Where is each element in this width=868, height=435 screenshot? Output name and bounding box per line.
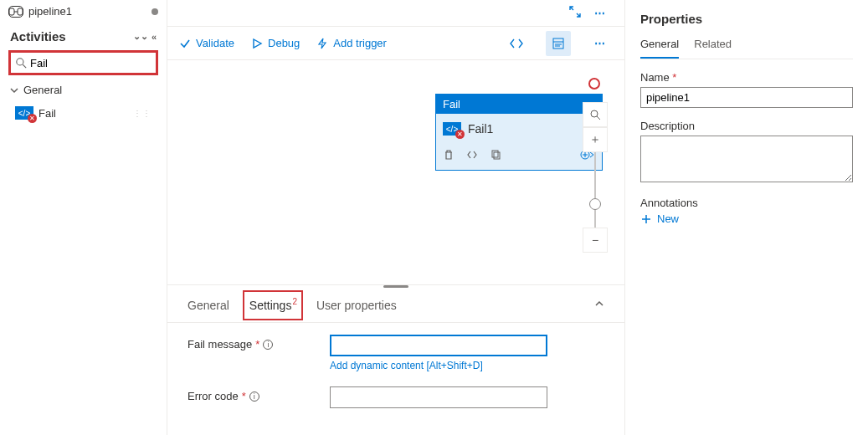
prop-tab-related[interactable]: Related	[694, 38, 732, 59]
properties-panel: Properties General Related Name * Descri…	[625, 0, 868, 435]
name-input[interactable]	[640, 87, 853, 108]
pipeline-tab[interactable]: pipeline1	[0, 0, 167, 23]
search-icon	[16, 58, 27, 69]
activities-search[interactable]	[10, 52, 157, 74]
collapse-panel-icon[interactable]	[594, 299, 604, 311]
pipeline-toolbar: Validate Debug Add trigger ⋯	[167, 27, 624, 60]
error-code-label: Error code * i	[187, 386, 330, 402]
svg-rect-9	[492, 151, 498, 157]
dirty-indicator-icon	[152, 8, 158, 15]
svg-rect-0	[9, 8, 14, 15]
code-view-icon[interactable]	[504, 31, 529, 56]
group-label: General	[23, 84, 62, 96]
activities-search-input[interactable]	[30, 57, 171, 69]
tab-settings-label: Settings	[249, 299, 292, 312]
fail-message-label: Fail message * i	[187, 335, 330, 351]
info-icon[interactable]: i	[263, 340, 273, 350]
title-strip: ⋯	[167, 0, 624, 27]
add-trigger-label: Add trigger	[333, 37, 387, 49]
check-icon	[179, 38, 191, 49]
settings-panel: Fail message * i Add dynamic content [Al…	[167, 323, 624, 435]
svg-rect-10	[494, 152, 500, 159]
lightning-icon	[316, 38, 328, 49]
pipeline-icon	[8, 6, 23, 18]
play-icon	[251, 38, 263, 49]
svg-rect-5	[553, 38, 563, 49]
collapse-all-icon[interactable]: ⌄⌄	[133, 31, 148, 42]
tab-general[interactable]: General	[187, 290, 229, 320]
canvas-node-fail[interactable]: Fail </>✕ Fail1	[435, 94, 603, 171]
activities-heading-row: Activities ⌄⌄ «	[0, 23, 167, 49]
node-name: Fail1	[468, 122, 493, 136]
node-header: Fail	[436, 95, 602, 114]
delete-icon[interactable]	[443, 149, 455, 163]
group-general[interactable]: General	[0, 79, 167, 101]
name-label: Name *	[640, 71, 853, 84]
activity-fail[interactable]: </>✕ Fail ⋮⋮	[0, 101, 167, 125]
debug-label: Debug	[268, 37, 300, 49]
main-area: ⋯ Validate Debug Add trigger ⋯	[167, 0, 625, 435]
validation-error-icon	[588, 78, 600, 90]
debug-button[interactable]: Debug	[251, 37, 300, 49]
add-dynamic-content-link[interactable]: Add dynamic content [Alt+Shift+D]	[330, 360, 547, 371]
more-menu-icon[interactable]: ⋯	[588, 1, 613, 26]
tab-settings[interactable]: Settings2	[244, 292, 301, 319]
tab-settings-badge: 2	[292, 297, 297, 306]
plus-icon	[640, 213, 652, 225]
chevron-down-icon	[10, 86, 18, 95]
fail-message-input[interactable]	[330, 335, 547, 356]
description-input[interactable]	[640, 136, 853, 182]
activity-tabs: General Settings2 User properties	[167, 288, 624, 323]
code-icon[interactable]	[466, 149, 478, 163]
tab-user-properties[interactable]: User properties	[316, 290, 397, 320]
svg-point-3	[17, 58, 23, 64]
properties-toggle-icon[interactable]	[546, 31, 571, 56]
zoom-thumb[interactable]	[589, 198, 601, 210]
fail-activity-icon: </>✕	[15, 106, 33, 120]
zoom-controls: ＋ −	[583, 102, 608, 253]
pipeline-tab-label: pipeline1	[28, 5, 72, 18]
svg-rect-1	[18, 8, 23, 15]
properties-heading: Properties	[640, 12, 853, 26]
svg-point-14	[591, 110, 598, 117]
add-trigger-button[interactable]: Add trigger	[316, 37, 387, 49]
zoom-fit-icon[interactable]	[583, 102, 608, 127]
prop-tab-general[interactable]: General	[640, 38, 679, 59]
add-annotation-button[interactable]: New	[640, 212, 853, 225]
add-annotation-label: New	[657, 212, 679, 225]
error-code-input[interactable]	[330, 386, 547, 408]
activities-sidebar: pipeline1 Activities ⌄⌄ « General </>✕ F…	[0, 0, 167, 435]
description-label: Description	[640, 120, 853, 132]
expand-icon[interactable]	[569, 6, 581, 20]
activity-label: Fail	[39, 107, 56, 120]
toolbar-more-icon[interactable]: ⋯	[588, 31, 613, 56]
drag-grip-icon: ⋮⋮	[133, 109, 152, 118]
svg-line-15	[597, 116, 600, 120]
validate-label: Validate	[196, 37, 234, 49]
annotations-label: Annotations	[640, 197, 853, 209]
copy-icon[interactable]	[490, 149, 501, 163]
svg-line-4	[23, 64, 26, 68]
fail-activity-icon: </>✕	[443, 122, 461, 136]
zoom-in-button[interactable]: ＋	[583, 127, 608, 152]
validate-button[interactable]: Validate	[179, 37, 234, 49]
collapse-sidebar-icon[interactable]: «	[152, 32, 157, 42]
info-icon[interactable]: i	[249, 392, 259, 402]
canvas[interactable]: Fail </>✕ Fail1	[167, 60, 624, 284]
zoom-out-button[interactable]: −	[583, 228, 608, 253]
activities-heading: Activities	[10, 29, 66, 44]
zoom-slider[interactable]	[594, 152, 596, 228]
